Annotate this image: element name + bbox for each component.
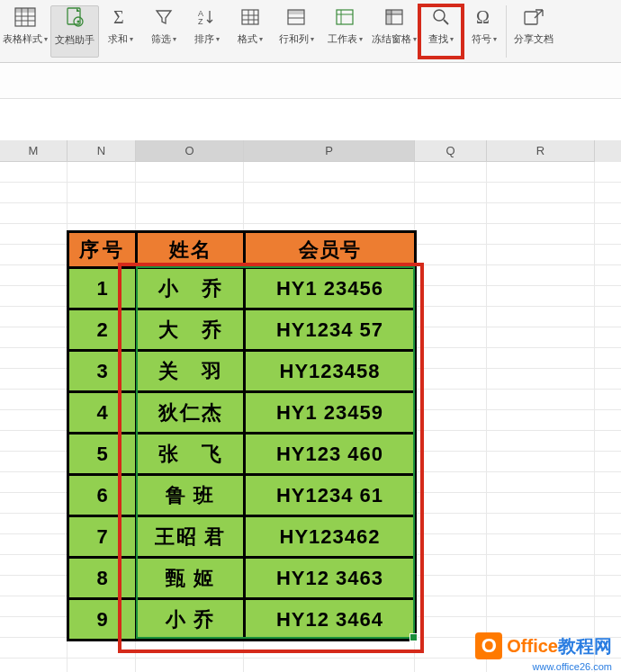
tool-label: 冻结窗格 [372,32,411,46]
tool-label: 查找 [428,32,448,46]
th-code[interactable]: 会员号 [245,232,416,268]
cell-name[interactable]: 小 乔 [137,599,245,641]
tool-filter[interactable]: 筛选▾ [142,5,185,58]
cell-no[interactable]: 8 [68,558,137,599]
table-row[interactable]: 5张 飞HY123 460 [68,434,416,475]
tool-label: 格式 [238,32,257,46]
cell-code[interactable]: HY1 23456 [245,268,416,309]
tool-share[interactable]: 分享文档 [506,5,556,58]
spacer [0,99,621,140]
rows-cols-icon [284,5,308,29]
caret-icon: ▾ [359,35,363,43]
cell-no[interactable]: 1 [68,268,137,309]
formula-bar-area [0,63,621,99]
cell-no[interactable]: 5 [68,434,137,475]
tool-symbol[interactable]: Ω 符号▾ [463,5,506,58]
caret-icon: ▾ [450,35,454,43]
tool-freeze-panes[interactable]: 冻结窗格▾ [369,5,419,58]
caret-icon: ▾ [259,35,263,43]
svg-text:Ω: Ω [476,7,490,27]
cell-no[interactable]: 7 [68,516,137,558]
caret-icon: ▾ [173,35,176,43]
tool-worksheet[interactable]: 工作表▾ [320,5,369,58]
table-row[interactable]: 3关 羽HY123458 [68,351,416,392]
col-header-P[interactable]: P [244,140,415,162]
col-header-M[interactable]: M [0,140,68,162]
table-row[interactable]: 8甄 姬HY12 3463 [68,558,416,599]
cell-name[interactable]: 甄 姬 [137,558,245,599]
cell-code[interactable]: HY1234 57 [245,309,416,351]
cell-name[interactable]: 张 飞 [137,434,245,475]
table-row[interactable]: 9小 乔HY12 3464 [68,599,416,641]
cell-code[interactable]: HY123 460 [245,434,416,475]
tool-sort[interactable]: AZ 排序▾ [185,5,229,58]
cell-no[interactable]: 6 [68,475,137,516]
svg-text:Σ: Σ [113,7,124,27]
tool-label: 分享文档 [514,32,554,46]
tool-doc-assistant[interactable]: 文档助手 [50,5,99,58]
cell-no[interactable]: 2 [68,309,137,351]
watermark-brand1: Office [507,636,558,656]
tool-label: 符号 [472,32,491,46]
cell-code[interactable]: HY1234 61 [245,475,416,516]
tool-label: 筛选 [151,32,171,46]
sort-icon: AZ [195,5,219,29]
caret-icon: ▾ [413,35,417,43]
cell-name[interactable]: 关 羽 [137,351,245,392]
cell-name[interactable]: 王昭 君 [137,516,245,558]
watermark-url: www.office26.com [533,661,612,672]
doc-assistant-icon [63,6,86,30]
table-row[interactable]: 1小 乔HY1 23456 [68,268,416,309]
cell-no[interactable]: 3 [68,351,137,392]
col-header-O[interactable]: O [136,140,244,162]
sum-icon: Σ [109,5,132,29]
cell-name[interactable]: 大 乔 [137,309,245,351]
th-no[interactable]: 序号 [68,232,137,268]
table-row[interactable]: 6鲁 班HY1234 61 [68,475,416,516]
tool-format[interactable]: 格式▾ [229,5,272,58]
cell-name[interactable]: 小 乔 [137,268,245,309]
tool-label: 表格样式 [3,32,42,46]
tool-label: 工作表 [328,32,357,46]
filter-icon [152,5,176,29]
symbol-icon: Ω [472,5,496,29]
caret-icon: ▾ [216,35,220,43]
caret-icon: ▾ [44,35,48,43]
col-header-R[interactable]: R [487,140,595,162]
cell-code[interactable]: HY1 23459 [245,392,416,434]
cell-code[interactable]: HY12 3464 [245,599,416,641]
data-table: 序号 姓名 会员号 1小 乔HY1 234562大 乔HY1234 573关 羽… [67,230,417,641]
share-icon [522,5,545,29]
table-row[interactable]: 4狄仁杰HY1 23459 [68,392,416,434]
table-header-row: 序号 姓名 会员号 [68,232,416,268]
ribbon-toolbar: 表格样式▾ 文档助手 Σ 求和▾ 筛选▾ AZ 排序▾ 格式▾ 行和列▾ [0,0,621,63]
tool-table-style[interactable]: 表格样式▾ [0,5,50,58]
svg-point-28 [434,10,445,21]
tool-label: 文档助手 [55,33,94,47]
find-icon [429,5,453,29]
cell-no[interactable]: 9 [68,599,137,641]
col-header-N[interactable]: N [68,140,136,162]
cell-code[interactable]: HY123458 [245,351,416,392]
spreadsheet-area[interactable]: M N O P Q R 序号 姓名 会员号 1小 乔HY1 234562大 乔H… [0,140,621,666]
tool-label: 求和 [108,32,128,46]
grid[interactable]: 序号 姓名 会员号 1小 乔HY1 234562大 乔HY1234 573关 羽… [0,162,621,666]
tool-find[interactable]: 查找▾ [419,5,463,58]
table-row[interactable]: 2大 乔HY1234 57 [68,309,416,351]
svg-point-8 [77,21,80,23]
th-name[interactable]: 姓名 [137,232,245,268]
cell-code[interactable]: HY123462 [245,516,416,558]
cell-code[interactable]: HY12 3463 [245,558,416,599]
cell-name[interactable]: 鲁 班 [137,475,245,516]
cell-name[interactable]: 狄仁杰 [137,392,245,434]
tool-label: 行和列 [279,32,309,46]
svg-rect-12 [242,10,258,24]
tool-rows-cols[interactable]: 行和列▾ [272,5,320,58]
svg-text:Z: Z [198,17,203,26]
table-row[interactable]: 7王昭 君HY123462 [68,516,416,558]
svg-rect-1 [15,8,35,13]
svg-rect-18 [288,10,304,14]
tool-sum[interactable]: Σ 求和▾ [99,5,142,58]
cell-no[interactable]: 4 [68,392,137,434]
col-header-Q[interactable]: Q [415,140,487,162]
